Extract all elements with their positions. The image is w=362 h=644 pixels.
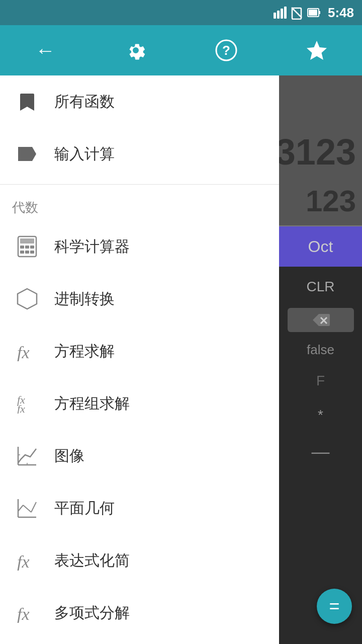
svg-rect-18 [25, 251, 29, 254]
equals-icon: = [329, 597, 339, 615]
svg-text:fx: fx [17, 552, 30, 571]
calc-f-btn[interactable]: F [279, 366, 362, 396]
calc-minus-btn[interactable]: — [279, 434, 362, 469]
app-toolbar: ← ? [0, 25, 362, 75]
calc-clr-btn[interactable]: CLR [279, 272, 362, 302]
drawer-item-plane-geo[interactable]: 平面几何 [0, 482, 279, 534]
algebra-section-header: 代数 [0, 189, 279, 220]
calc-false-label: false [307, 338, 334, 362]
equals-fab[interactable]: = [317, 589, 352, 624]
favorite-button[interactable] [297, 30, 337, 70]
svg-line-4 [292, 8, 302, 18]
fx-icon: fx [12, 336, 42, 366]
simplify-label: 表达式化简 [54, 550, 130, 571]
equation-sys-label: 方程组求解 [54, 393, 130, 414]
calc-display-bottom: 123 [279, 176, 362, 226]
drawer-item-poly-factor[interactable]: fx 多项式分解 [0, 587, 279, 639]
svg-rect-16 [30, 246, 34, 249]
drawer-item-equation[interactable]: fx 方程求解 [0, 325, 279, 377]
tag-icon [12, 139, 42, 169]
status-bar-icons [273, 6, 321, 20]
sci-calc-label: 科学计算器 [54, 236, 130, 257]
svg-rect-3 [284, 7, 287, 19]
drawer-item-equation-sys[interactable]: fx fx 方程组求解 [0, 377, 279, 430]
calc-base-bar[interactable]: Oct [279, 226, 362, 267]
svg-rect-17 [20, 251, 24, 254]
settings-button[interactable] [116, 30, 156, 70]
content-area: 所有函数 输入计算 代数 [0, 75, 362, 644]
sim-icon [290, 6, 304, 20]
drawer-item-base-conv[interactable]: 进制转换 [0, 273, 279, 325]
svg-line-32 [31, 502, 36, 512]
drawer-menu: 所有函数 输入计算 代数 [0, 75, 279, 644]
delete-icon [312, 313, 330, 327]
drawer-item-graph[interactable]: 图像 [0, 430, 279, 482]
svg-text:fx: fx [17, 343, 30, 361]
calc-buttons-area: CLR false F * — [279, 267, 362, 644]
svg-text:fx: fx [17, 403, 25, 414]
calc-base-label: Oct [308, 237, 333, 256]
signal-icon [273, 6, 287, 20]
drawer-item-all-functions[interactable]: 所有函数 [0, 75, 279, 128]
svg-rect-8 [309, 10, 317, 16]
battery-icon [307, 6, 321, 20]
fx2-icon: fx fx [12, 388, 42, 419]
base-conv-label: 进制转换 [54, 289, 115, 309]
poly-factor-label: 多项式分解 [54, 603, 130, 623]
calc-mult-btn[interactable]: * [279, 400, 362, 430]
graph-icon [12, 441, 42, 471]
input-calc-label: 输入计算 [54, 144, 115, 165]
back-button[interactable]: ← [25, 30, 65, 70]
svg-rect-13 [20, 238, 34, 244]
svg-rect-2 [281, 9, 283, 19]
calc-delete-btn[interactable] [288, 308, 354, 332]
gear-icon [125, 39, 147, 61]
drawer-divider [0, 184, 279, 185]
status-bar-right: 5:48 [273, 5, 354, 21]
svg-marker-20 [18, 289, 37, 309]
svg-rect-0 [274, 13, 276, 19]
svg-rect-15 [25, 246, 29, 249]
help-icon: ? [215, 39, 237, 61]
svg-text:fx: fx [17, 605, 30, 623]
drawer-item-simplify[interactable]: fx 表达式化简 [0, 534, 279, 587]
status-bar: 5:48 [0, 0, 362, 25]
calc-bottom-number: 123 [306, 184, 356, 218]
graph-label: 图像 [54, 446, 84, 466]
time-display: 5:48 [328, 5, 354, 21]
drawer-item-sci-calc[interactable]: 科学计算器 [0, 220, 279, 273]
calculator-background: 3123 123 Oct CLR false [279, 75, 362, 644]
help-button[interactable]: ? [206, 30, 246, 70]
calc-display-top: 3123 [279, 75, 362, 176]
hexagon-icon [12, 284, 42, 314]
svg-rect-1 [277, 11, 280, 19]
svg-line-30 [18, 505, 23, 511]
svg-text:?: ? [222, 43, 230, 58]
plane-geo-label: 平面几何 [54, 498, 115, 519]
svg-line-31 [23, 505, 31, 512]
svg-rect-19 [30, 251, 34, 254]
bookmark-icon [12, 87, 42, 117]
svg-rect-7 [319, 11, 320, 14]
fx3-icon: fx [12, 545, 42, 576]
svg-rect-14 [20, 246, 24, 249]
fx4-icon: fx [12, 598, 42, 628]
star-icon [306, 39, 328, 61]
all-functions-label: 所有函数 [54, 92, 115, 112]
calculator-icon [12, 231, 42, 262]
graph2-icon [12, 493, 42, 523]
svg-marker-11 [307, 41, 327, 60]
calc-top-number: 3123 [279, 134, 356, 170]
drawer-item-input-calc[interactable]: 输入计算 [0, 128, 279, 180]
equation-label: 方程求解 [54, 341, 115, 362]
